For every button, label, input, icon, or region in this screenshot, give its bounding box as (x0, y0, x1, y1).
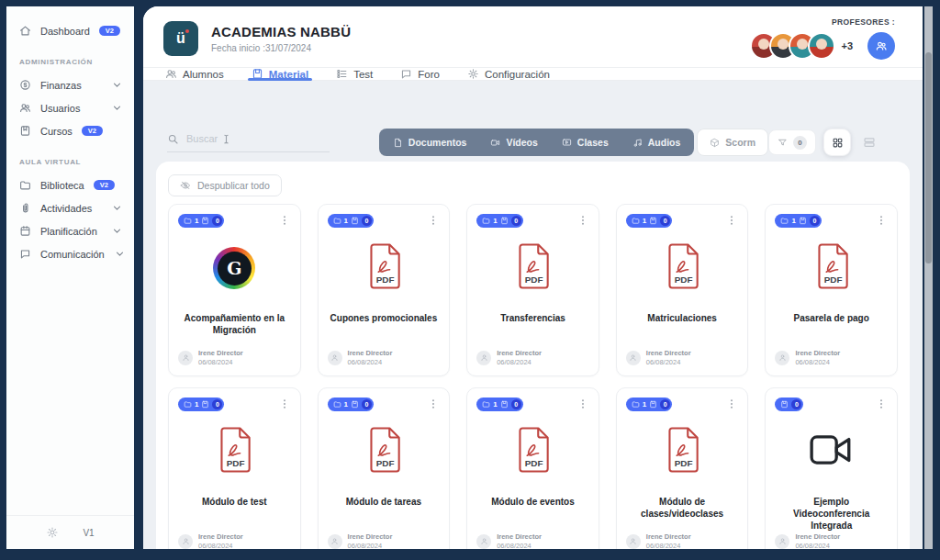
file-count-badge: 0 (810, 216, 820, 226)
list-view-button[interactable] (858, 131, 880, 153)
card-menu-button[interactable] (427, 214, 440, 227)
person-icon (629, 353, 637, 362)
tab-material[interactable]: Material (252, 68, 308, 80)
svg-text:PDF: PDF (376, 274, 395, 285)
filter-documentos-button[interactable]: Documentos (381, 129, 479, 156)
tab-alumnos[interactable]: Alumnos (165, 68, 224, 80)
folder-mini-icon (184, 400, 192, 409)
card-author: Irene Director (795, 532, 840, 541)
sidebar-item-planificacion[interactable]: Planificación (6, 219, 134, 242)
grid-view-button[interactable] (823, 129, 851, 156)
card-title: Módulo de clases/videoclases (626, 496, 739, 520)
svg-text:PDF: PDF (823, 274, 842, 285)
filter-label: Clases (577, 137, 609, 148)
file-mini-icon (799, 217, 807, 225)
material-type-filter-group: DocumentosVídeosClasesAudios (379, 129, 694, 156)
tab-test[interactable]: Test (336, 68, 373, 80)
filter-videos-button[interactable]: Vídeos (478, 129, 549, 156)
card-count-badge: 10 (626, 398, 672, 411)
users-icon (165, 68, 177, 80)
material-card[interactable]: 10 PDF MatriculacionesIrene Director06/0… (616, 204, 749, 376)
material-card[interactable]: 0Ejemplo Videoconferencia IntegradaIrene… (765, 387, 898, 549)
settings-gear-icon[interactable] (46, 526, 59, 539)
card-top: 10 (626, 214, 739, 228)
material-card[interactable]: 10 PDF Módulo de eventosIrene Director06… (466, 387, 599, 549)
card-menu-button[interactable] (576, 214, 589, 227)
tab-configuracion[interactable]: Configuración (467, 68, 550, 80)
card-meta: Irene Director06/08/2024 (795, 349, 840, 366)
sidebar-item-cursos[interactable]: CursosV2 (6, 119, 134, 142)
funnel-icon (778, 138, 788, 148)
card-date: 06/08/2024 (646, 542, 691, 549)
video-icon (490, 138, 500, 148)
author-avatar (328, 351, 342, 365)
filter-scorm-button[interactable]: Scorm (697, 129, 768, 156)
author-avatar (476, 534, 491, 549)
sidebar-item-finanzas[interactable]: Finanzas (6, 73, 134, 96)
sidebar-item-label: Comunicación (40, 249, 105, 260)
folder-count: 1 (344, 401, 348, 409)
folder-count: 1 (493, 401, 497, 409)
file-count-badge: 0 (511, 216, 521, 226)
file-count-badge: 0 (660, 216, 670, 226)
material-card[interactable]: 10 PDF Pasarela de pagoIrene Director06/… (765, 204, 898, 376)
communication-icon (19, 248, 31, 260)
material-card[interactable]: 10 PDF Cupones promocionalesIrene Direct… (318, 204, 451, 376)
material-card[interactable]: 10 PDF Módulo de clases/videoclasesIrene… (616, 387, 749, 549)
person-icon (480, 353, 488, 362)
material-card[interactable]: 10GAcompañamiento en la MigraciónIrene D… (168, 204, 301, 376)
professor-avatar-4 (808, 32, 835, 60)
sidebar-item-biblioteca[interactable]: BibliotecaV2 (6, 174, 134, 196)
chat-icon (400, 68, 412, 80)
sidebar-item-label: Usuarios (40, 103, 80, 114)
tab-foro[interactable]: Foro (400, 68, 440, 80)
folder-count: 1 (195, 218, 198, 225)
course-avatar-letter: ü (176, 30, 185, 47)
card-menu-button[interactable] (725, 398, 738, 410)
manage-professors-button[interactable] (867, 32, 895, 60)
scrollbar[interactable] (924, 6, 933, 549)
sidebar-item-comunicacion[interactable]: Comunicación (6, 242, 134, 265)
material-card[interactable]: 10 PDF Módulo de tareasIrene Director06/… (318, 387, 451, 549)
card-menu-button[interactable] (875, 398, 888, 410)
sidebar-item-actividades[interactable]: Actividades (6, 196, 134, 219)
file-count-badge: 0 (212, 216, 222, 226)
sidebar: DashboardV2ADMINISTRACIÓNFinanzasUsuario… (6, 6, 134, 549)
folder-count: 1 (344, 218, 348, 225)
scrollbar-thumb[interactable] (925, 52, 932, 263)
filter-audios-button[interactable]: Audios (621, 129, 693, 156)
card-media: G (178, 230, 291, 307)
tab-label: Alumnos (183, 69, 224, 80)
card-media (775, 413, 888, 490)
card-menu-button[interactable] (875, 214, 888, 227)
sidebar-item-label: Actividades (40, 203, 92, 214)
filter-count-badge: 0 (793, 136, 807, 150)
sidebar-item-usuarios[interactable]: Usuarios (6, 96, 134, 119)
card-menu-button[interactable] (278, 398, 291, 410)
card-menu-button[interactable] (278, 214, 291, 227)
activities-icon (19, 202, 31, 214)
sidebar-item-dashboard[interactable]: DashboardV2 (6, 19, 134, 42)
card-title: Módulo de eventos (476, 496, 589, 520)
card-title: Ejemplo Videoconferencia Integrada (775, 496, 888, 532)
kebab-icon (875, 214, 888, 227)
card-count-badge: 10 (476, 214, 522, 228)
sidebar-section-title: AULA VIRTUAL (19, 158, 134, 166)
material-card[interactable]: 10 PDF TransferenciasIrene Director06/08… (466, 204, 599, 376)
card-menu-button[interactable] (576, 398, 589, 410)
card-date: 06/08/2024 (795, 542, 840, 549)
folder-mini-icon (632, 400, 640, 409)
search-input[interactable] (186, 133, 297, 144)
filters-button[interactable]: 0 (768, 129, 816, 155)
card-menu-button[interactable] (427, 398, 440, 410)
unpublish-all-button[interactable]: Despublicar todo (168, 174, 282, 196)
search-box[interactable] (167, 133, 330, 152)
material-card[interactable]: 10 PDF Módulo de testIrene Director06/08… (168, 387, 301, 549)
card-title: Módulo de tareas (328, 496, 441, 520)
card-media: PDF (775, 230, 888, 307)
filter-clases-button[interactable]: Clases (550, 129, 621, 156)
card-footer: Irene Director06/08/2024 (626, 532, 739, 549)
card-footer: Irene Director06/08/2024 (178, 532, 291, 549)
kebab-icon (576, 398, 589, 410)
card-menu-button[interactable] (725, 214, 738, 227)
